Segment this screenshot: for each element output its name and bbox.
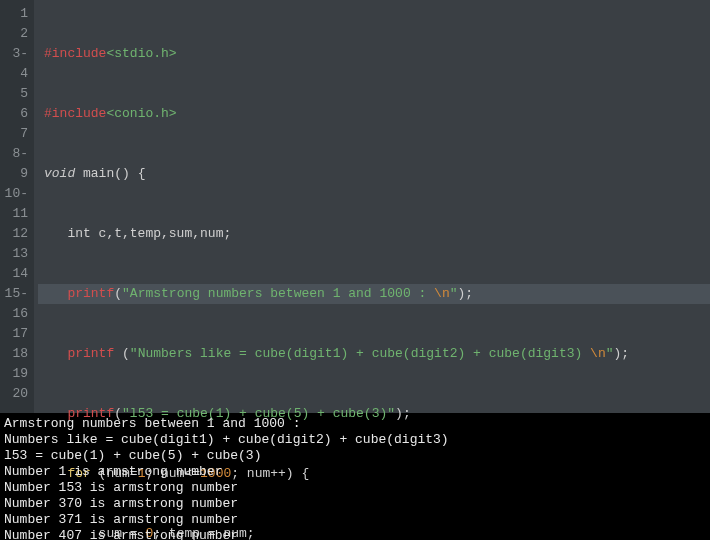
line-number: 19 <box>4 364 28 384</box>
line-number: 6 <box>4 104 28 124</box>
line-number-gutter: 1 2 3- 4 5 6 7 8- 9 10- 11 12 13 14 15- … <box>0 0 34 413</box>
line-number: 17 <box>4 324 28 344</box>
code-line: printf ("Numbers like = cube(digit1) + c… <box>38 344 710 364</box>
line-number: 12 <box>4 224 28 244</box>
line-number: 8- <box>4 144 28 164</box>
line-number: 10- <box>4 184 28 204</box>
code-line: #include<conio.h> <box>38 104 710 124</box>
line-number: 7 <box>4 124 28 144</box>
line-number: 13 <box>4 244 28 264</box>
code-line-highlighted: printf("Armstrong numbers between 1 and … <box>38 284 710 304</box>
line-number: 18 <box>4 344 28 364</box>
line-number: 2 <box>4 24 28 44</box>
code-line: #include<stdio.h> <box>38 44 710 64</box>
code-line: int c,t,temp,sum,num; <box>38 224 710 244</box>
code-area[interactable]: #include<stdio.h> #include<conio.h> void… <box>34 0 710 413</box>
fold-icon: - <box>20 286 28 301</box>
fold-icon: - <box>20 186 28 201</box>
code-editor: 1 2 3- 4 5 6 7 8- 9 10- 11 12 13 14 15- … <box>0 0 710 413</box>
line-number: 5 <box>4 84 28 104</box>
line-number: 16 <box>4 304 28 324</box>
line-number: 15- <box>4 284 28 304</box>
line-number: 20 <box>4 384 28 404</box>
line-number: 14 <box>4 264 28 284</box>
line-number: 1 <box>4 4 28 24</box>
line-number: 11 <box>4 204 28 224</box>
code-line: void main() { <box>38 164 710 184</box>
line-number: 3- <box>4 44 28 64</box>
line-number: 9 <box>4 164 28 184</box>
line-number: 4 <box>4 64 28 84</box>
fold-icon: - <box>20 146 28 161</box>
fold-icon: - <box>20 46 28 61</box>
